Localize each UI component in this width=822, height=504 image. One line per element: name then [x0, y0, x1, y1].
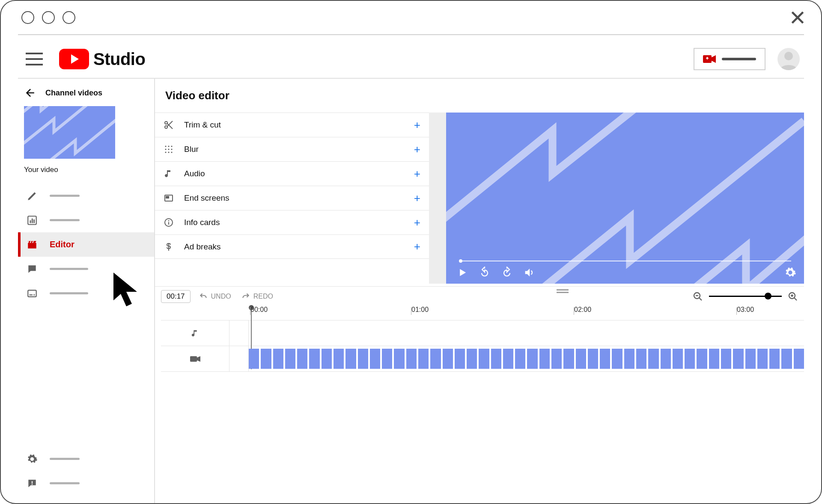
timeline-track-audio[interactable] [161, 320, 804, 346]
tool-label: Blur [184, 145, 404, 154]
plus-icon[interactable]: + [414, 216, 420, 229]
clapper-icon [27, 239, 38, 250]
zoom-slider[interactable] [709, 296, 782, 297]
timecode-input[interactable]: 00:17 [161, 290, 191, 303]
zoom-out-icon[interactable] [693, 291, 703, 302]
svg-point-23 [165, 148, 166, 150]
play-icon[interactable] [456, 267, 468, 279]
drag-handle-icon[interactable] [557, 289, 569, 293]
svg-rect-7 [30, 220, 31, 223]
plus-icon[interactable]: + [414, 167, 420, 181]
plus-icon[interactable]: + [414, 119, 420, 132]
tool-trim-cut[interactable]: Trim & cut + [155, 113, 429, 137]
subtitles-icon [27, 288, 38, 299]
zoom-in-icon[interactable] [788, 291, 798, 302]
sidebar-item-feedback[interactable] [18, 471, 154, 495]
redo-label: REDO [253, 293, 273, 300]
comment-icon [27, 264, 38, 275]
sidebar-item-editor[interactable]: Editor [18, 232, 154, 257]
youtube-play-icon [59, 49, 89, 69]
ruler-tick: 03:00 [737, 306, 754, 314]
create-button[interactable] [694, 48, 765, 70]
ruler-tick: 01:00 [411, 306, 429, 314]
gear-icon[interactable] [784, 267, 796, 279]
placeholder-line [50, 195, 80, 197]
music-note-icon [164, 169, 174, 179]
music-note-icon [191, 329, 200, 338]
endscreen-icon [164, 193, 174, 203]
video-camera-icon [190, 355, 200, 363]
video-clip[interactable] [249, 349, 804, 369]
window-dot[interactable] [63, 11, 75, 24]
video-preview[interactable] [446, 113, 804, 284]
dollar-icon [164, 242, 174, 252]
rewind-10-icon[interactable] [479, 267, 491, 279]
undo-label: UNDO [211, 293, 231, 300]
tool-info-cards[interactable]: Info cards + [155, 210, 429, 234]
sidebar-item-label: Editor [50, 240, 74, 249]
pencil-icon [27, 190, 38, 202]
tool-label: Info cards [184, 218, 404, 227]
volume-icon[interactable] [523, 267, 535, 279]
video-thumbnail[interactable] [24, 106, 115, 159]
timeline-track-video[interactable] [161, 346, 804, 372]
undo-icon [199, 292, 208, 301]
svg-marker-43 [197, 356, 200, 362]
sidebar-item-subtitles[interactable] [18, 281, 154, 305]
back-to-channel-videos[interactable]: Channel videos [18, 87, 154, 106]
plus-icon[interactable]: + [414, 240, 420, 253]
svg-point-21 [168, 145, 169, 147]
close-icon[interactable] [789, 9, 806, 26]
sidebar-item-comments[interactable] [18, 257, 154, 281]
placeholder-line [50, 268, 88, 270]
feedback-icon [27, 478, 38, 489]
timeline-ruler[interactable]: 00:00 01:00 02:00 03:00 [161, 306, 804, 320]
svg-point-24 [168, 148, 169, 150]
window-dot[interactable] [21, 11, 34, 24]
plus-icon[interactable]: + [414, 192, 420, 205]
sidebar-item-settings[interactable] [18, 447, 154, 471]
svg-rect-16 [32, 481, 33, 483]
tool-label: Trim & cut [184, 120, 404, 130]
tool-ad-breaks[interactable]: Ad breaks + [155, 234, 429, 259]
svg-line-36 [699, 298, 702, 300]
menu-icon[interactable] [26, 50, 43, 68]
undo-button[interactable]: UNDO [199, 292, 231, 301]
svg-rect-17 [32, 484, 33, 485]
grid-icon [164, 144, 174, 154]
progress-bar[interactable] [459, 261, 791, 261]
info-icon [164, 217, 174, 228]
your-video-label: Your video [18, 161, 154, 184]
svg-rect-15 [33, 294, 35, 295]
svg-rect-3 [707, 57, 708, 59]
analytics-icon [27, 215, 38, 226]
account-avatar[interactable] [777, 48, 800, 70]
sidebar-item-details[interactable] [18, 184, 154, 208]
svg-point-25 [171, 148, 172, 150]
placeholder-line [50, 219, 80, 221]
sidebar: Channel videos Your video [18, 79, 155, 503]
app-header: Studio [18, 40, 804, 79]
plus-icon[interactable]: + [414, 143, 420, 156]
svg-rect-30 [166, 196, 169, 198]
window-title-bar [1, 1, 821, 34]
sidebar-item-analytics[interactable] [18, 208, 154, 232]
placeholder-line [50, 292, 88, 294]
brand-text: Studio [93, 50, 145, 69]
svg-point-28 [171, 151, 172, 153]
forward-10-icon[interactable] [501, 267, 513, 279]
placeholder-line [722, 58, 756, 60]
tool-end-screens[interactable]: End screens + [155, 186, 429, 210]
window-dot[interactable] [42, 11, 55, 24]
arrow-left-icon [24, 87, 35, 98]
tool-blur[interactable]: Blur + [155, 137, 429, 161]
back-label: Channel videos [45, 89, 102, 98]
redo-button[interactable]: REDO [241, 292, 273, 301]
svg-point-27 [168, 151, 169, 153]
svg-point-33 [168, 220, 170, 222]
preview-gutter [429, 113, 446, 284]
svg-rect-13 [28, 290, 36, 296]
placeholder-line [50, 482, 80, 484]
tool-audio[interactable]: Audio + [155, 161, 429, 186]
studio-logo[interactable]: Studio [59, 49, 145, 69]
